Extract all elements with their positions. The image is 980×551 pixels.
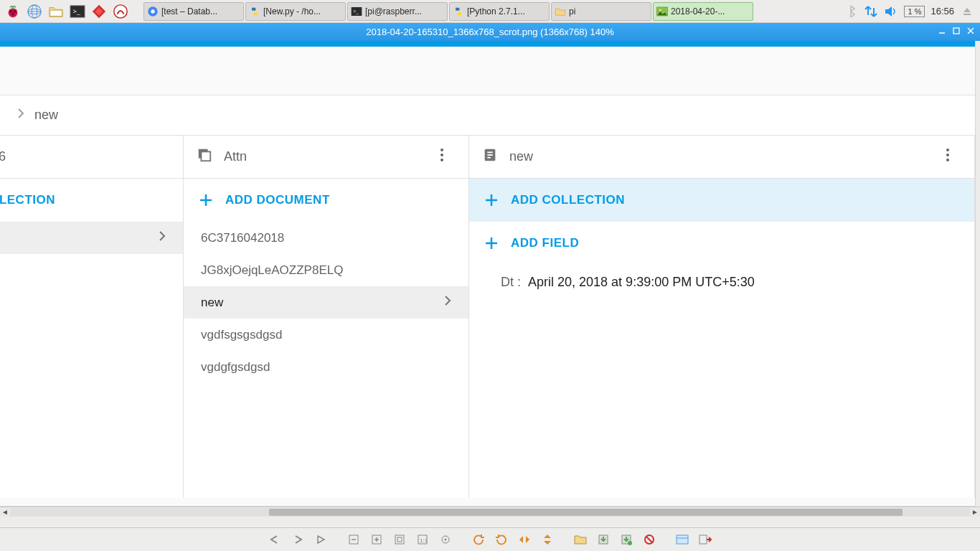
- exit-button[interactable]: [696, 530, 715, 549]
- next-image-button[interactable]: [288, 530, 307, 549]
- document-row[interactable]: vgdfsgsgsdgsd: [184, 319, 468, 351]
- task-image-viewer[interactable]: 2018-04-20-...: [653, 2, 753, 21]
- svg-point-3: [11, 12, 14, 15]
- svg-rect-48: [395, 535, 404, 544]
- inner-page: new 46 LLECTION: [0, 41, 976, 507]
- terminal-icon[interactable]: >_: [67, 1, 88, 22]
- task-python-editor[interactable]: [New.py - /ho...: [245, 2, 346, 21]
- svg-text:>_: >_: [353, 9, 359, 14]
- window-close-button[interactable]: [966, 26, 976, 36]
- delete-button[interactable]: [640, 530, 659, 549]
- task-file-manager[interactable]: pi: [551, 2, 651, 21]
- svg-point-19: [659, 9, 661, 11]
- svg-point-53: [445, 539, 447, 541]
- svg-point-1: [9, 9, 12, 12]
- viewer-horizontal-scrollbar[interactable]: ◄ ►: [0, 507, 980, 517]
- svg-point-27: [440, 149, 443, 151]
- field-row[interactable]: Dt : April 20, 2018 at 9:39:00 PM UTC+5:…: [469, 265, 974, 290]
- zoom-out-button[interactable]: [344, 530, 363, 549]
- flip-horizontal-button[interactable]: [515, 530, 534, 549]
- chevron-right-icon: [17, 108, 24, 123]
- detail-column: new ADD COLLECTION ADD FIELD Dt : April …: [469, 136, 975, 498]
- add-subcollection-button[interactable]: ADD COLLECTION: [469, 179, 974, 222]
- edit-button[interactable]: [673, 530, 692, 549]
- add-field-label: ADD FIELD: [511, 236, 579, 250]
- open-file-button[interactable]: [571, 530, 590, 549]
- task-label: [Python 2.7.1...: [467, 6, 525, 17]
- folder-small-icon: [555, 6, 566, 17]
- mathematica-icon[interactable]: [89, 1, 109, 22]
- volume-icon[interactable]: [884, 4, 898, 19]
- window-title: 2018-04-20-165310_1366x768_scrot.png (13…: [366, 27, 614, 37]
- add-field-button[interactable]: ADD FIELD: [469, 222, 974, 265]
- save-as-button[interactable]: [617, 530, 636, 549]
- scrollbar-track[interactable]: [10, 508, 970, 517]
- play-slideshow-button[interactable]: [311, 530, 330, 549]
- rotate-left-button[interactable]: [469, 530, 488, 549]
- task-python-shell[interactable]: [Python 2.7.1...: [449, 2, 550, 21]
- save-file-button[interactable]: [594, 530, 613, 549]
- image-icon: [656, 6, 668, 17]
- window-minimize-button[interactable]: [937, 26, 947, 36]
- zoom-in-button[interactable]: [367, 530, 386, 549]
- flip-vertical-button[interactable]: [538, 530, 557, 549]
- task-chrome[interactable]: [test – Datab...: [143, 2, 244, 21]
- chevron-right-icon: [444, 295, 451, 310]
- viewer-body: new 46 LLECTION: [0, 41, 980, 517]
- network-icon[interactable]: [864, 4, 878, 19]
- viewer-toolbar: 1:1: [0, 527, 980, 551]
- document-column-title: Attn: [224, 149, 247, 164]
- collection-row-selected[interactable]: [0, 222, 183, 254]
- battery-indicator[interactable]: 1 %: [904, 6, 925, 17]
- add-document-button[interactable]: ADD DOCUMENT: [184, 179, 468, 222]
- document-id: JG8xjOejqLeAOZZP8ELQ: [201, 263, 343, 278]
- svg-rect-26: [201, 151, 210, 161]
- document-row[interactable]: vgdgfgsdgsd: [184, 351, 468, 383]
- svg-point-38: [946, 159, 949, 161]
- breadcrumb-current[interactable]: new: [34, 108, 58, 123]
- bluetooth-icon[interactable]: [844, 4, 858, 19]
- python-icon: [249, 6, 260, 17]
- scroll-right-icon[interactable]: ►: [970, 508, 980, 516]
- menu-raspberry-icon[interactable]: [3, 1, 23, 22]
- eject-icon[interactable]: [960, 4, 974, 19]
- prev-image-button[interactable]: [265, 530, 284, 549]
- document-column-header: Attn: [184, 136, 468, 179]
- detail-column-header: new: [469, 136, 974, 179]
- collection-header: 46: [0, 136, 183, 179]
- svg-point-56: [628, 541, 632, 545]
- scroll-left-icon[interactable]: ◄: [0, 508, 10, 516]
- zoom-original-button[interactable]: 1:1: [413, 530, 432, 549]
- add-document-label: ADD DOCUMENT: [225, 193, 330, 207]
- svg-point-28: [440, 154, 443, 156]
- document-row[interactable]: JG8xjOejqLeAOZZP8ELQ: [184, 254, 468, 286]
- document-row[interactable]: new: [184, 286, 468, 319]
- svg-rect-49: [397, 537, 402, 542]
- web-browser-icon[interactable]: [24, 1, 44, 22]
- svg-text:>_: >_: [73, 7, 81, 14]
- scrollbar-thumb[interactable]: [269, 509, 903, 516]
- chevron-right-icon: [159, 230, 166, 245]
- app-icon[interactable]: [110, 1, 131, 22]
- document-id: new: [201, 296, 223, 310]
- window-titlebar: 2018-04-20-165310_1366x768_scrot.png (13…: [0, 23, 980, 41]
- add-collection-button[interactable]: LLECTION: [0, 179, 183, 222]
- top-accent-bar: [0, 41, 975, 47]
- column-menu-button[interactable]: [946, 148, 961, 166]
- svg-point-36: [946, 149, 949, 151]
- task-terminal[interactable]: >_ [pi@raspberr...: [347, 2, 448, 21]
- collection-id-fragment: 46: [0, 149, 6, 164]
- terminal-small-icon: >_: [351, 6, 362, 17]
- zoom-fit-button[interactable]: [390, 530, 409, 549]
- python-icon: [453, 6, 464, 17]
- document-id: vgdgfgsdgsd: [201, 360, 270, 375]
- window-maximize-button[interactable]: [951, 26, 961, 36]
- collection-column: 46 LLECTION: [0, 136, 184, 498]
- document-row[interactable]: 6C3716042018: [184, 222, 468, 254]
- rotate-right-button[interactable]: [492, 530, 511, 549]
- file-manager-icon[interactable]: [46, 1, 66, 22]
- column-menu-button[interactable]: [440, 148, 456, 166]
- preferences-button[interactable]: [436, 530, 455, 549]
- svg-text:1:1: 1:1: [420, 537, 428, 544]
- svg-rect-61: [699, 535, 707, 544]
